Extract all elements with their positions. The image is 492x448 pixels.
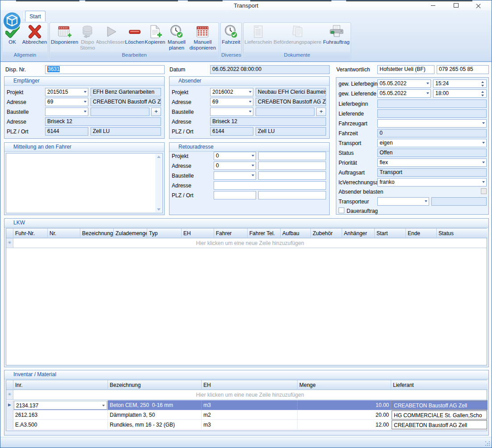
- lkw-col-typ[interactable]: Typ: [147, 228, 182, 238]
- lkw-col-bezeichnung[interactable]: Bezeichnung: [80, 228, 114, 238]
- ret-strasse-field[interactable]: [214, 181, 326, 190]
- bezeichnung-cell[interactable]: Beton CEM, 250 0-16 mm: [108, 400, 202, 410]
- auftragsart-field[interactable]: Transport: [377, 168, 487, 177]
- fahrzeit-field[interactable]: 0: [377, 129, 487, 137]
- empf-baustelle-name-field[interactable]: [91, 108, 149, 116]
- close-button[interactable]: [471, 0, 485, 10]
- ret-plz-field[interactable]: [214, 191, 256, 199]
- vertical-scrollbar[interactable]: [155, 154, 162, 212]
- empf-strasse-field[interactable]: Briseck 12: [45, 117, 161, 126]
- lkw-col-fahrertel[interactable]: Fahrer Tel.: [248, 228, 281, 238]
- inr-cell-editor[interactable]: 2134.137: [13, 400, 108, 410]
- eh-cell[interactable]: m3: [202, 420, 298, 430]
- empf-plz-field[interactable]: 6144: [45, 127, 88, 136]
- gew-lieferende-date-combo[interactable]: 05.05.2022: [377, 89, 431, 98]
- transporteur-name-field[interactable]: [431, 197, 487, 206]
- empf-baustelle-combo[interactable]: [45, 108, 88, 116]
- transporteur-combo[interactable]: [377, 197, 429, 206]
- spinner-arrows-icon[interactable]: [480, 90, 485, 97]
- inr-cell[interactable]: 2612.163: [13, 410, 108, 420]
- empf-adresse-combo[interactable]: 69: [45, 98, 88, 106]
- ret-projekt-combo[interactable]: 0: [214, 152, 256, 160]
- inv-col-menge[interactable]: Menge: [298, 380, 391, 390]
- resize-grip[interactable]: [485, 441, 486, 442]
- gew-lieferbeginn-time-spinner[interactable]: 15:24: [433, 79, 487, 88]
- empf-add-baustelle-button[interactable]: +: [151, 108, 161, 116]
- menge-cell[interactable]: 10.00: [298, 400, 391, 410]
- lkw-col-fahrer[interactable]: Fahrer: [214, 228, 248, 238]
- lkw-col-start[interactable]: Start: [375, 228, 406, 238]
- ret-adresse-combo[interactable]: 0: [214, 162, 256, 170]
- manuell-planen-button[interactable]: Manuell planen: [166, 24, 187, 53]
- table-row[interactable]: ▶ 2134.137 Beton CEM, 250 0-16 mm m3 10.…: [6, 400, 487, 410]
- ret-projekt-name-field[interactable]: [258, 152, 326, 160]
- lkw-col-aufbau[interactable]: Aufbau: [281, 228, 311, 238]
- disponieren-button[interactable]: Disponieren: [50, 24, 79, 53]
- ret-baustelle-name-field[interactable]: [258, 171, 326, 180]
- menge-cell[interactable]: 12.00: [298, 420, 391, 430]
- lkw-new-row[interactable]: ✳ Hier klicken um eine neue Zeile hinzuz…: [6, 238, 487, 248]
- maximize-button[interactable]: [449, 0, 463, 10]
- abs-adresse-combo[interactable]: 69: [210, 98, 253, 106]
- abs-plz-field[interactable]: 6144: [210, 127, 253, 136]
- lkw-col-status[interactable]: Status: [437, 228, 488, 238]
- ret-adresse-name-field[interactable]: [258, 162, 326, 170]
- lkw-col-zulademenge[interactable]: Zulademenge: [114, 228, 147, 238]
- minimize-button[interactable]: [426, 0, 440, 10]
- abs-baustelle-combo[interactable]: [210, 108, 253, 116]
- abs-strasse-field[interactable]: Briseck 12: [210, 117, 326, 126]
- dauerauftrag-checkbox[interactable]: [339, 207, 344, 213]
- loeschen-button[interactable]: Löschen: [125, 24, 144, 53]
- empf-projekt-name-field[interactable]: EFH Benz Gartenarbeiten: [91, 88, 161, 96]
- eh-cell[interactable]: m3: [202, 400, 298, 410]
- ret-baustelle-combo[interactable]: [214, 171, 256, 180]
- tab-start[interactable]: Start: [25, 11, 45, 21]
- inr-cell[interactable]: E.A3.500: [13, 420, 108, 430]
- verrechnungsart-combo[interactable]: franko: [377, 178, 487, 187]
- mitteilung-textarea[interactable]: [6, 153, 163, 213]
- inventar-new-row[interactable]: ✳ Hier klicken um eine neue Zeile hinzuz…: [6, 390, 487, 400]
- lkw-col-fuhrnr[interactable]: Fuhr-Nr.: [13, 228, 48, 238]
- disp-nr-input[interactable]: 3631: [45, 65, 165, 74]
- status-field[interactable]: Offen: [377, 149, 487, 157]
- lkw-col-nr[interactable]: Nr.: [48, 228, 80, 238]
- fahrzeugart-combo[interactable]: [377, 119, 487, 128]
- manuell-disponieren-button[interactable]: Manuell disponieren: [187, 24, 218, 53]
- abs-baustelle-name-field[interactable]: [256, 108, 314, 116]
- abs-projekt-name-field[interactable]: Neubau EFH Clerici Baumeistera: [256, 88, 326, 96]
- fahrzeit-button[interactable]: Fahrzeit: [221, 24, 241, 53]
- lkw-col-eh[interactable]: EH: [182, 228, 214, 238]
- lkw-col-zubehoer[interactable]: Zubehör: [311, 228, 342, 238]
- lieferant-cell[interactable]: HG COMMERCIALE St. Gallen,Scho: [392, 411, 487, 419]
- menge-cell[interactable]: 20.00: [298, 410, 391, 420]
- bezeichnung-cell[interactable]: Dämmplatten 3, 50: [108, 410, 202, 420]
- lieferant-cell[interactable]: CREABETON Baustoff AG Zell: [392, 420, 487, 429]
- inv-col-eh[interactable]: EH: [202, 380, 298, 390]
- scroll-up-icon[interactable]: [157, 156, 161, 158]
- gew-lieferende-time-spinner[interactable]: 18:00: [433, 89, 487, 98]
- ret-ort-field[interactable]: [258, 191, 326, 199]
- abs-ort-field[interactable]: Zell LU: [256, 127, 326, 136]
- fuhrauftrag-button[interactable]: Fuhrauftrag: [322, 24, 350, 53]
- inv-col-lieferant[interactable]: Lieferant: [391, 380, 488, 390]
- empf-adresse-name-field[interactable]: CREABETON Baustoff AG Zell: [91, 98, 161, 106]
- table-row[interactable]: E.A3.500 Rundkies, mm 16 - 32 (GB) m3 12…: [6, 420, 487, 430]
- bezeichnung-cell[interactable]: Rundkies, mm 16 - 32 (GB): [108, 420, 202, 430]
- lieferende-field[interactable]: [377, 109, 487, 118]
- inv-col-inr[interactable]: Inr.: [13, 380, 108, 390]
- datum-field[interactable]: 06.05.2022 08:00:00: [210, 65, 330, 74]
- lieferant-cell[interactable]: CREABETON Baustoff AG Zell: [392, 401, 487, 410]
- scroll-down-icon[interactable]: [157, 208, 161, 211]
- lieferbeginn-field[interactable]: [377, 100, 487, 108]
- inv-col-bezeichnung[interactable]: Bezeichnung: [108, 380, 202, 390]
- app-logo-icon[interactable]: [2, 11, 22, 31]
- abbrechen-button[interactable]: Abbrechen: [22, 24, 47, 53]
- empf-projekt-combo[interactable]: 2015015: [45, 88, 88, 96]
- prioritaet-combo[interactable]: flex: [377, 158, 487, 167]
- verantwortlich-tel-field[interactable]: 079 265 05 85: [437, 65, 489, 74]
- abs-projekt-combo[interactable]: 2016002: [210, 88, 253, 96]
- eh-cell[interactable]: m2: [202, 410, 298, 420]
- lkw-col-ende[interactable]: Ende: [406, 228, 437, 238]
- transport-combo[interactable]: eigen: [377, 139, 487, 147]
- abs-adresse-name-field[interactable]: CREABETON Baustoff AG Zell: [256, 98, 326, 106]
